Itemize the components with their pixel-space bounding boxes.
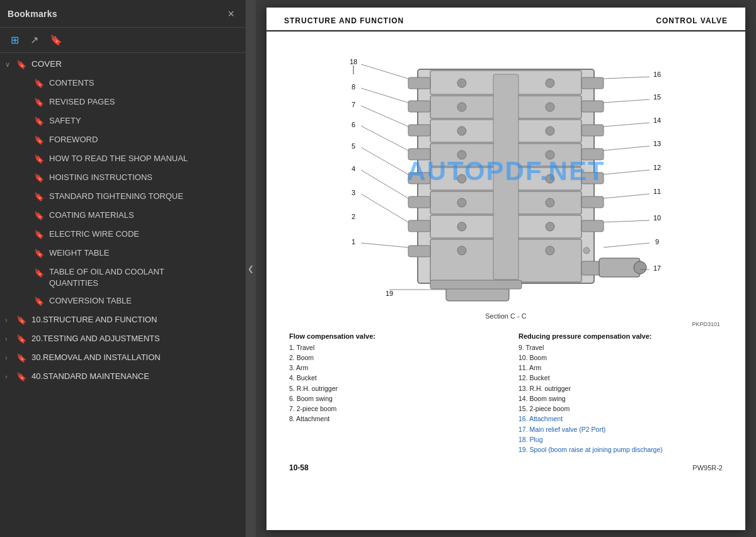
- bookmark-icon-testing: 🔖: [16, 334, 26, 345]
- sidebar-item-standard-maintenance[interactable]: › 🔖 40.STANDARD MAINTENANCE: [0, 368, 246, 387]
- sidebar-item-removal-installation[interactable]: › 🔖 30.REMOVAL AND INSTALLATION: [0, 349, 246, 368]
- page-number: 10-58: [289, 463, 309, 472]
- sidebar-item-contents[interactable]: › 🔖 CONTENTS: [0, 74, 246, 93]
- sidebar-toolbar: ⊞ ↗ 🔖: [0, 28, 246, 53]
- legend-right-15: 15. 2-piece boom: [518, 404, 723, 414]
- sidebar-item-weight-table[interactable]: › 🔖 WEIGHT TABLE: [0, 244, 246, 263]
- svg-point-98: [457, 246, 466, 255]
- svg-point-93: [546, 174, 554, 183]
- expand-arrow-removal: ›: [5, 353, 14, 363]
- sidebar-item-conversion[interactable]: › 🔖 CONVERSION TABLE: [0, 292, 246, 311]
- svg-text:18: 18: [350, 58, 357, 65]
- legend-right-title: Reducing pressure compensation valve:: [518, 332, 723, 340]
- legend-left-5: 5. R.H. outrigger: [289, 383, 493, 393]
- sidebar-collapse-handle[interactable]: ❮: [246, 0, 256, 537]
- svg-rect-56: [581, 125, 604, 136]
- sidebar-label-weight: WEIGHT TABLE: [49, 247, 238, 259]
- sidebar-label-testing: 20.TESTING AND ADJUSTMENTS: [32, 333, 238, 344]
- bookmark-new-icon[interactable]: 🔖: [47, 32, 66, 48]
- svg-line-75: [604, 99, 650, 103]
- sidebar-item-cover[interactable]: ∨ 🔖 COVER: [0, 55, 246, 74]
- expand-arrow-structure: ›: [5, 315, 14, 325]
- sidebar-title: Bookmarks: [8, 9, 57, 19]
- svg-point-89: [546, 127, 554, 135]
- svg-rect-52: [408, 220, 430, 232]
- fig-code: PKPD3101: [266, 321, 745, 327]
- svg-line-73: [361, 243, 408, 247]
- svg-line-76: [604, 123, 650, 127]
- legend-left-7: 7. 2-piece boom: [289, 404, 493, 414]
- sidebar-item-tightening-torque[interactable]: › 🔖 STANDARD TIGHTENING TORQUE: [0, 188, 246, 206]
- svg-rect-50: [408, 172, 430, 184]
- legend-right-17: 17. Main relief valve (P2 Port): [518, 424, 723, 434]
- svg-point-96: [457, 222, 466, 231]
- sidebar-label-foreword: FOREWORD: [49, 134, 238, 145]
- sidebar-item-electric-wire[interactable]: › 🔖 ELECTRIC WIRE CODE: [0, 225, 246, 244]
- expand-arrow-cover: ∨: [5, 60, 14, 69]
- bookmark-icon-how-to-read: 🔖: [34, 154, 44, 165]
- svg-line-66: [361, 64, 408, 79]
- sidebar-item-safety[interactable]: › 🔖 SAFETY: [0, 112, 246, 131]
- page-footer: 10-58 PW95R-2: [266, 460, 745, 476]
- svg-point-87: [546, 103, 554, 111]
- sidebar-label-conversion: CONVERSION TABLE: [49, 295, 238, 307]
- legend-left-8: 8. Attachment: [289, 414, 493, 424]
- sidebar-label-maintenance: 40.STANDARD MAINTENANCE: [32, 371, 238, 382]
- legend-right-11: 11. Arm: [518, 363, 723, 373]
- svg-rect-57: [581, 149, 604, 160]
- bookmark-icon-revised: 🔖: [34, 97, 44, 108]
- sidebar-item-testing-adjustments[interactable]: › 🔖 20.TESTING AND ADJUSTMENTS: [0, 330, 246, 349]
- svg-line-70: [361, 147, 408, 174]
- svg-line-79: [604, 194, 650, 198]
- svg-text:7: 7: [352, 101, 355, 108]
- legend-right-18: 18. Plug: [518, 434, 723, 444]
- svg-rect-49: [408, 149, 430, 160]
- svg-point-95: [546, 198, 554, 207]
- bookmark-icon-oil: 🔖: [34, 268, 44, 279]
- svg-line-69: [361, 126, 408, 150]
- legend-right-9: 9. Travel: [518, 342, 723, 353]
- svg-text:11: 11: [653, 188, 661, 195]
- legend-right-16: 16. Attachment: [518, 414, 723, 424]
- bookmark-icon-coating: 🔖: [34, 210, 44, 222]
- svg-point-92: [457, 174, 466, 183]
- sidebar-item-how-to-read[interactable]: › 🔖 HOW TO READ THE SHOP MANUAL: [0, 150, 246, 169]
- sidebar-label-structure: 10.STRUCTURE AND FUNCTION: [32, 314, 238, 325]
- expand-icon[interactable]: ↗: [27, 32, 42, 48]
- bookmark-icon-structure: 🔖: [16, 315, 26, 326]
- bookmark-icon-electric: 🔖: [34, 229, 44, 240]
- expand-all-icon[interactable]: ⊞: [8, 32, 22, 48]
- svg-rect-47: [408, 101, 430, 112]
- expand-arrow-maintenance: ›: [5, 372, 14, 382]
- bookmark-icon-contents: 🔖: [34, 78, 44, 89]
- sidebar-item-hoisting[interactable]: › 🔖 HOISTING INSTRUCTIONS: [0, 169, 246, 188]
- legend-left-6: 6. Boom swing: [289, 393, 493, 404]
- close-button[interactable]: ×: [224, 7, 238, 21]
- svg-line-72: [361, 194, 408, 222]
- sidebar-item-revised-pages[interactable]: › 🔖 REVISED PAGES: [0, 93, 246, 112]
- sidebar-label-how-to-read: HOW TO READ THE SHOP MANUAL: [49, 153, 238, 164]
- svg-rect-59: [581, 196, 604, 208]
- bookmark-icon-removal: 🔖: [16, 353, 26, 364]
- svg-text:16: 16: [653, 71, 661, 78]
- bookmark-icon-hoisting: 🔖: [34, 172, 44, 184]
- sidebar-item-coating[interactable]: › 🔖 COATING MATERIALS: [0, 206, 246, 225]
- legend-area: Flow compensation valve: 1. Travel 2. Bo…: [266, 327, 745, 458]
- svg-text:17: 17: [653, 264, 661, 272]
- legend-left: Flow compensation valve: 1. Travel 2. Bo…: [289, 332, 493, 455]
- svg-rect-54: [581, 77, 604, 89]
- sidebar-item-oil-coolant[interactable]: › 🔖 TABLE OF OIL AND COOLANTQUANTITIES: [0, 263, 246, 292]
- sidebar-item-foreword[interactable]: › 🔖 FOREWORD: [0, 131, 246, 150]
- main-content: STRUCTURE AND FUNCTION CONTROL VALVE AUT…: [256, 0, 756, 537]
- legend-right-10: 10. Boom: [518, 353, 723, 363]
- svg-text:4: 4: [352, 165, 355, 172]
- legend-left-1: 1. Travel: [289, 342, 493, 353]
- diagram-area: AUTOPDF.NET 18 8 7 6 5 4 3 2 1 16 15 14 …: [266, 31, 745, 311]
- valve-diagram: 18 8 7 6 5 4 3 2 1 16 15 14 13 12 11 10 …: [285, 38, 726, 308]
- legend-right-19: 19. Spool (boom raise at joining pump di…: [518, 444, 723, 455]
- svg-text:3: 3: [352, 189, 355, 196]
- sidebar-item-structure-function[interactable]: › 🔖 10.STRUCTURE AND FUNCTION: [0, 311, 246, 330]
- legend-left-3: 3. Arm: [289, 363, 493, 373]
- svg-point-84: [457, 79, 466, 88]
- svg-text:15: 15: [653, 93, 661, 101]
